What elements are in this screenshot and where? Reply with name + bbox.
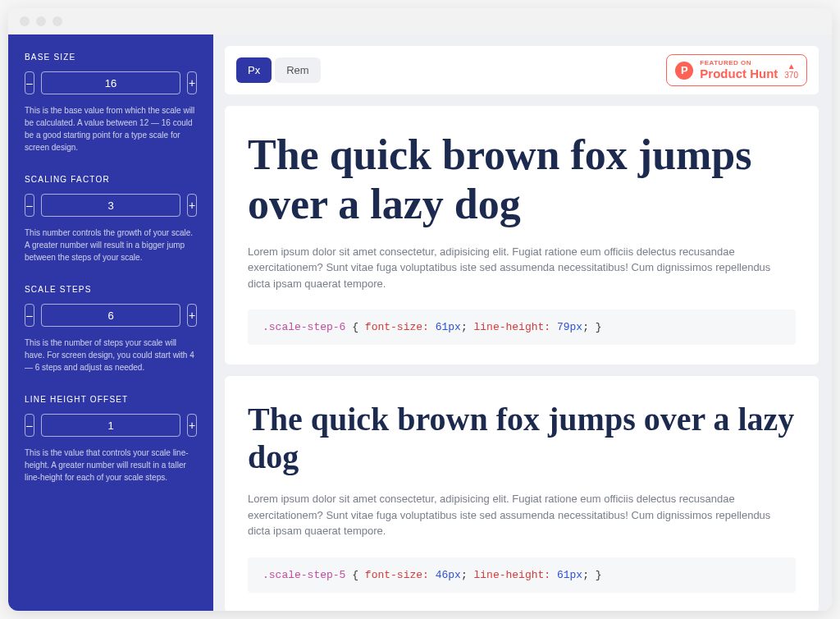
line-height-offset-increment[interactable]: + [187, 414, 197, 437]
sample-body-step-5: Lorem ipsum dolor sit amet consectetur, … [248, 491, 796, 539]
scale-step-5-card: The quick brown fox jumps over a lazy do… [225, 376, 819, 611]
scaling-factor-stepper: – + [25, 194, 197, 217]
scaling-factor-help: This number controls the growth of your … [25, 227, 197, 264]
scaling-factor-label: SCALING FACTOR [25, 175, 197, 184]
code-value-lineheight: 79px [557, 321, 582, 333]
app-window: BASE SIZE – + This is the base value fro… [8, 8, 832, 611]
scaling-factor-decrement[interactable]: – [25, 194, 34, 217]
line-height-offset-decrement[interactable]: – [25, 414, 34, 437]
control-line-height-offset: LINE HEIGHT OFFSET – + This is the value… [25, 395, 197, 484]
code-prop-fontsize: font-size: [365, 569, 429, 581]
base-size-stepper: – + [25, 71, 197, 94]
scaling-factor-increment[interactable]: + [187, 194, 197, 217]
scale-steps-help: This is the number of steps your scale w… [25, 337, 197, 374]
control-scaling-factor: SCALING FACTOR – + This number controls … [25, 175, 197, 264]
unit-toggle: Px Rem [236, 57, 321, 83]
code-value-fontsize: 46px [436, 569, 461, 581]
app-body: BASE SIZE – + This is the base value fro… [8, 34, 832, 611]
sample-heading-step-5: The quick brown fox jumps over a lazy do… [248, 401, 796, 476]
code-prop-fontsize: font-size: [365, 321, 429, 333]
line-height-offset-input[interactable] [41, 414, 180, 437]
product-hunt-logo-icon: P [675, 62, 693, 80]
main-content: Px Rem P FEATURED ON Product Hunt ▲ 370 [213, 34, 832, 611]
scale-steps-decrement[interactable]: – [25, 304, 34, 327]
base-size-increment[interactable]: + [187, 71, 197, 94]
code-block-step-5: .scale-step-5 { font-size: 46px; line-he… [248, 557, 796, 593]
product-hunt-name: Product Hunt [700, 67, 778, 81]
scale-steps-stepper: – + [25, 304, 197, 327]
code-prop-lineheight: line-height: [473, 569, 550, 581]
control-scale-steps: SCALE STEPS – + This is the number of st… [25, 285, 197, 374]
control-base-size: BASE SIZE – + This is the base value fro… [25, 53, 197, 154]
unit-px-button[interactable]: Px [236, 57, 272, 83]
unit-rem-button[interactable]: Rem [275, 57, 320, 83]
code-prop-lineheight: line-height: [473, 321, 550, 333]
scale-steps-input[interactable] [41, 304, 180, 327]
code-selector: .scale-step-5 [262, 569, 345, 581]
window-dot [52, 16, 62, 26]
titlebar [8, 8, 832, 34]
product-hunt-vote-count: 370 [784, 71, 798, 80]
window-dot [20, 16, 30, 26]
product-hunt-badge[interactable]: P FEATURED ON Product Hunt ▲ 370 [666, 54, 807, 86]
scale-step-6-card: The quick brown fox jumps over a lazy do… [225, 106, 819, 365]
code-value-lineheight: 61px [557, 569, 582, 581]
line-height-offset-help: This is the value that controls your sca… [25, 447, 197, 484]
code-block-step-6: .scale-step-6 { font-size: 61px; line-he… [248, 310, 796, 345]
topbar: Px Rem P FEATURED ON Product Hunt ▲ 370 [225, 46, 819, 94]
base-size-decrement[interactable]: – [25, 71, 34, 94]
upvote-caret-icon: ▲ [788, 62, 796, 71]
scale-steps-increment[interactable]: + [187, 304, 197, 327]
base-size-input[interactable] [41, 71, 180, 94]
scaling-factor-input[interactable] [41, 194, 180, 217]
code-value-fontsize: 61px [436, 321, 461, 333]
base-size-label: BASE SIZE [25, 53, 197, 62]
scale-steps-label: SCALE STEPS [25, 285, 197, 294]
window-dot [36, 16, 46, 26]
base-size-help: This is the base value from which the sc… [25, 104, 197, 154]
product-hunt-text: FEATURED ON Product Hunt [700, 60, 778, 80]
code-selector: .scale-step-6 [262, 321, 345, 333]
sample-heading-step-6: The quick brown fox jumps over a lazy do… [248, 131, 796, 229]
sample-body-step-6: Lorem ipsum dolor sit amet consectetur, … [248, 244, 796, 292]
line-height-offset-label: LINE HEIGHT OFFSET [25, 395, 197, 404]
sidebar: BASE SIZE – + This is the base value fro… [8, 34, 213, 611]
line-height-offset-stepper: – + [25, 414, 197, 437]
product-hunt-votes: ▲ 370 [784, 62, 798, 80]
